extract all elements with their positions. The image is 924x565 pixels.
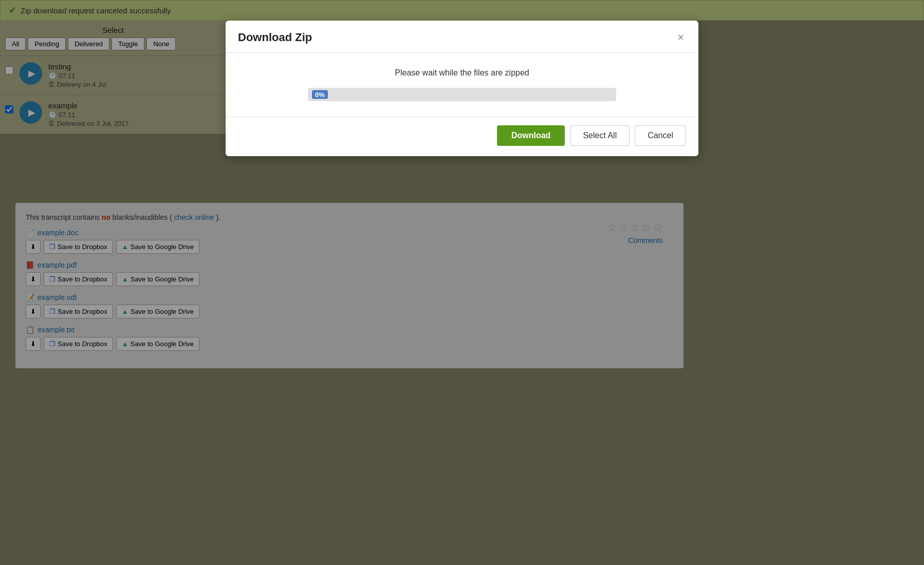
modal-overlay: Download Zip × Please wait while the fil… <box>0 0 924 565</box>
modal-body: Please wait while the files are zipped 0… <box>226 53 698 117</box>
progress-bar-container: 0% <box>308 88 616 101</box>
modal-select-all-button[interactable]: Select All <box>570 125 630 146</box>
modal-cancel-button[interactable]: Cancel <box>635 125 686 146</box>
modal-footer: Download Select All Cancel <box>226 117 698 156</box>
modal-title: Download Zip <box>238 31 312 44</box>
download-zip-modal: Download Zip × Please wait while the fil… <box>226 21 698 156</box>
modal-download-button[interactable]: Download <box>497 125 565 146</box>
modal-header: Download Zip × <box>226 21 698 53</box>
modal-close-button[interactable]: × <box>675 31 686 44</box>
modal-wait-text: Please wait while the files are zipped <box>238 68 686 78</box>
background-page: ✔ Zip download request canceled successf… <box>0 0 924 565</box>
progress-label: 0% <box>312 90 328 99</box>
